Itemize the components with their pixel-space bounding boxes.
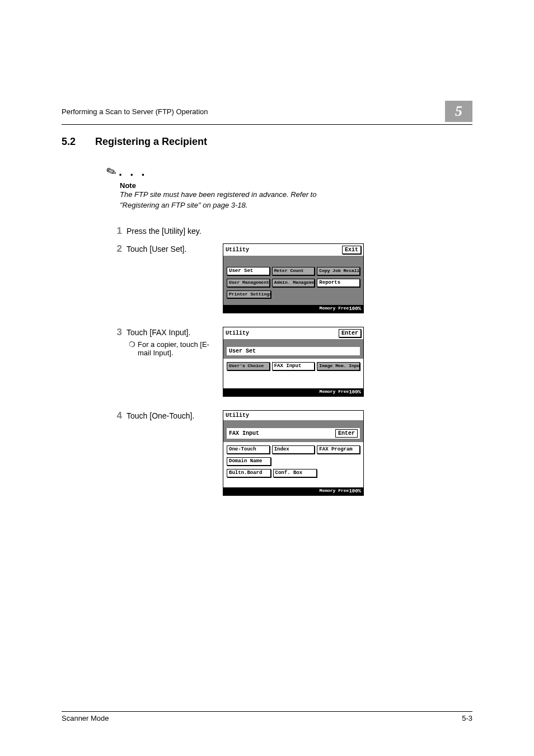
step-number: 4 [106, 410, 122, 421]
index-button[interactable]: Index [272, 445, 315, 454]
lcd-title: Utility [226, 247, 249, 253]
substep-text: For a copier, touch [E-mail Input]. [138, 340, 218, 357]
user-set-button[interactable]: User Set [227, 267, 270, 275]
substep-bullet-icon: ❍ [127, 340, 138, 357]
exit-button[interactable]: Exit [342, 246, 361, 254]
lcd-screen-user-set: Utility Enter User Set User's Choice FAX… [223, 327, 364, 397]
enter-button[interactable]: Enter [339, 329, 361, 337]
section-heading: 5.2Registering a Recipient [62, 136, 472, 148]
step-text: Press the [Utility] key. [127, 226, 472, 236]
pencil-icon: ✎ [104, 163, 119, 181]
lcd-title: Utility [226, 330, 249, 336]
chapter-number-box: 5 [445, 101, 472, 122]
section-number: 5.2 [62, 136, 95, 148]
one-touch-button[interactable]: One-Touch [227, 445, 270, 454]
section-title: Registering a Recipient [95, 136, 207, 147]
step-3: 3 Touch [FAX Input]. ❍ For a copier, tou… [106, 327, 472, 397]
lcd-status-bar: Memory Free100% [223, 305, 363, 313]
ellipsis-icon: . . . [119, 165, 147, 179]
copy-job-recall-button[interactable]: Copy Job Recall [317, 267, 360, 275]
footer-page-number: 5-3 [462, 714, 472, 722]
reports-button[interactable]: Reports [317, 279, 360, 287]
lcd-status-bar: Memory Free100% [223, 388, 363, 396]
header-rule [62, 124, 472, 125]
note-label: Note [120, 181, 472, 190]
step-text: Touch [User Set]. [127, 243, 218, 253]
footer-left: Scanner Mode [62, 714, 109, 722]
running-header: Performing a Scan to Server (FTP) Operat… [62, 107, 208, 116]
bulletin-board-button[interactable]: Bultn.Board [227, 469, 271, 477]
conf-box-button[interactable]: Conf. Box [273, 469, 317, 477]
note-block: ✎ . . . Note The FTP site must have been… [106, 165, 472, 211]
lcd-screen-utility: Utility Exit User Set Meter Count Copy J… [223, 243, 364, 313]
meter-count-button[interactable]: Meter Count [272, 267, 315, 275]
user-management-button[interactable]: User Management [227, 279, 270, 287]
users-choice-button[interactable]: User's Choice [227, 362, 270, 370]
fax-input-button[interactable]: FAX Input [272, 362, 315, 370]
page-footer: Scanner Mode 5-3 [62, 711, 472, 722]
step-number: 3 [106, 327, 122, 338]
image-mem-input-button[interactable]: Image Mem. Input [317, 362, 360, 370]
enter-button[interactable]: Enter [335, 429, 358, 438]
step-2: 2 Touch [User Set]. Utility Exit User Se… [106, 243, 472, 313]
lcd-status-bar: Memory Free100% [223, 487, 363, 495]
domain-name-button[interactable]: Domain Name [227, 457, 271, 466]
step-text: Touch [FAX Input]. ❍ For a copier, touch… [127, 327, 218, 357]
printer-settings-button[interactable]: Printer Settings [227, 290, 271, 298]
user-set-subheader: User Set [227, 347, 360, 355]
step-number: 2 [106, 243, 122, 255]
step-1: 1 Press the [Utility] key. [106, 226, 472, 237]
step-text: Touch [One-Touch]. [127, 410, 218, 420]
note-body: The FTP site must have been registered i… [120, 190, 344, 211]
step-4: 4 Touch [One-Touch]. Utility FAX Input E… [106, 410, 472, 496]
fax-program-button[interactable]: FAX Program [317, 445, 360, 454]
lcd-screen-fax-input: Utility FAX Input Enter One-Touch Index … [223, 410, 364, 496]
lcd-title: Utility [226, 412, 249, 419]
fax-input-subheader: FAX Input [229, 430, 259, 436]
step-number: 1 [106, 226, 122, 237]
admin-management-button[interactable]: Admin. Management [272, 279, 315, 287]
